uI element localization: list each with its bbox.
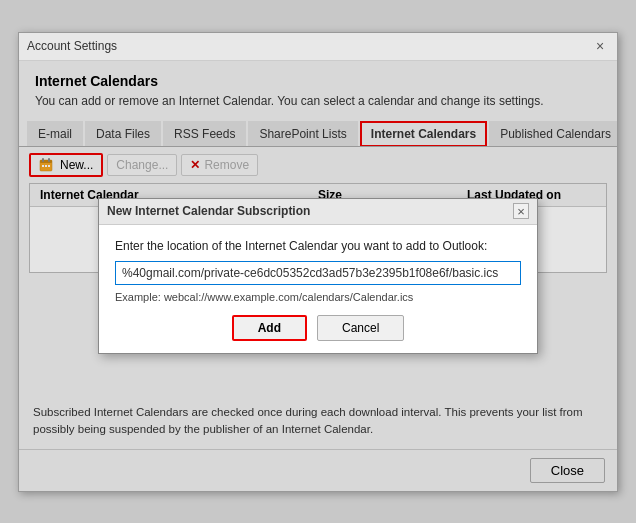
- modal-buttons: Add Cancel: [115, 315, 521, 341]
- modal-overlay: New Internet Calendar Subscription × Ent…: [19, 61, 617, 491]
- modal-prompt: Enter the location of the Internet Calen…: [115, 239, 521, 253]
- add-button[interactable]: Add: [232, 315, 307, 341]
- cancel-button[interactable]: Cancel: [317, 315, 404, 341]
- window-title: Account Settings: [27, 39, 117, 53]
- window-close-button[interactable]: ×: [591, 37, 609, 55]
- modal-title: New Internet Calendar Subscription: [107, 204, 310, 218]
- modal-close-button[interactable]: ×: [513, 203, 529, 219]
- modal-titlebar: New Internet Calendar Subscription ×: [99, 199, 537, 225]
- titlebar: Account Settings ×: [19, 33, 617, 61]
- modal-body: Enter the location of the Internet Calen…: [99, 225, 537, 353]
- modal-example: Example: webcal://www.example.com/calend…: [115, 291, 521, 303]
- modal-dialog: New Internet Calendar Subscription × Ent…: [98, 198, 538, 354]
- calendar-url-input[interactable]: [115, 261, 521, 285]
